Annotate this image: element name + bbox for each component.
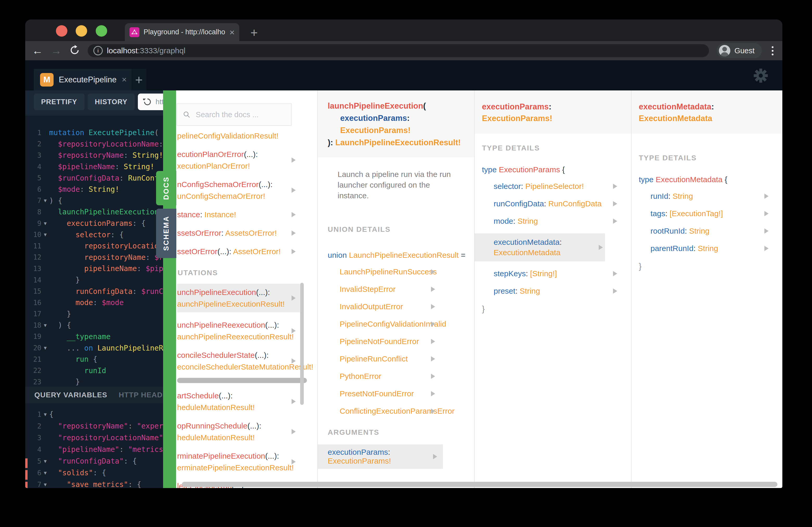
expand-chevron-icon[interactable] bbox=[599, 245, 603, 250]
fold-arrow-icon[interactable]: ▾ bbox=[41, 345, 49, 351]
fold-arrow-icon[interactable]: ▾ bbox=[41, 322, 49, 329]
argument-row[interactable]: executionParams: ExecutionParams! bbox=[318, 445, 443, 469]
expand-chevron-icon[interactable] bbox=[764, 228, 769, 234]
expand-chevron-icon[interactable] bbox=[431, 304, 435, 309]
address-bar[interactable]: i localhost:3333/graphql bbox=[88, 44, 709, 57]
fold-arrow-icon[interactable]: ▾ bbox=[41, 197, 49, 204]
minimize-window-button[interactable] bbox=[76, 25, 87, 36]
reload-icon[interactable] bbox=[70, 45, 80, 56]
expand-chevron-icon[interactable] bbox=[292, 230, 296, 236]
profile-chip[interactable]: Guest bbox=[717, 43, 762, 58]
tab-docs[interactable]: DOCS bbox=[156, 171, 176, 205]
fold-arrow-icon[interactable]: ▾ bbox=[41, 411, 49, 418]
expand-chevron-icon[interactable] bbox=[764, 211, 769, 216]
type-field[interactable]: runId: String bbox=[651, 191, 771, 201]
playground-tab[interactable]: M ExecutePipeline × bbox=[34, 69, 133, 90]
fold-arrow-icon[interactable]: ▾ bbox=[41, 231, 49, 238]
tab-schema[interactable]: SCHEMA bbox=[156, 209, 176, 258]
query-editor[interactable]: 1mutation ExecutePipeline(2 $repositoryL… bbox=[25, 116, 163, 387]
browser-tab[interactable]: Playground - http://localhost:3 × bbox=[125, 23, 239, 41]
expand-chevron-icon[interactable] bbox=[431, 391, 435, 396]
type-field[interactable]: mode: String bbox=[494, 216, 619, 226]
settings-gear-icon[interactable] bbox=[754, 69, 768, 84]
expand-chevron-icon[interactable] bbox=[431, 374, 435, 379]
type-field[interactable]: rootRunId: String bbox=[651, 226, 771, 236]
history-button[interactable]: HISTORY bbox=[88, 93, 135, 110]
expand-chevron-icon[interactable] bbox=[292, 399, 296, 404]
expand-chevron-icon[interactable] bbox=[292, 157, 296, 163]
docs-search-box[interactable] bbox=[177, 103, 292, 126]
doc-item[interactable]: rminatePipelineExecution(...):erminatePi… bbox=[177, 450, 300, 473]
fold-arrow-icon[interactable]: ▾ bbox=[41, 481, 49, 488]
expand-chevron-icon[interactable] bbox=[764, 246, 769, 251]
close-playground-tab-icon[interactable]: × bbox=[122, 75, 127, 85]
docs-vertical-scrollbar[interactable] bbox=[300, 283, 304, 405]
close-window-button[interactable] bbox=[56, 25, 67, 36]
expand-chevron-icon[interactable] bbox=[613, 219, 617, 224]
expand-chevron-icon[interactable] bbox=[433, 454, 437, 459]
doc-item[interactable]: ecutionPlanOrError(...):xecutionPlanOrEr… bbox=[177, 148, 300, 172]
expand-chevron-icon[interactable] bbox=[292, 429, 296, 434]
doc-item[interactable]: unchPipelineExecution(...):aunchPipeline… bbox=[177, 284, 300, 312]
new-tab-button[interactable]: + bbox=[246, 25, 262, 40]
expand-chevron-icon[interactable] bbox=[613, 184, 617, 189]
back-icon[interactable]: ← bbox=[32, 45, 43, 56]
expand-chevron-icon[interactable] bbox=[431, 321, 435, 327]
expand-chevron-icon[interactable] bbox=[292, 249, 296, 254]
union-member[interactable]: PipelineNotFoundError bbox=[340, 336, 435, 347]
expand-chevron-icon[interactable] bbox=[431, 339, 435, 344]
fold-arrow-icon[interactable]: ▾ bbox=[41, 220, 49, 227]
docs-horizontal-scrollbar[interactable] bbox=[182, 482, 778, 487]
expand-chevron-icon[interactable] bbox=[613, 288, 617, 293]
expand-chevron-icon[interactable] bbox=[613, 271, 617, 276]
docs-search-input[interactable] bbox=[195, 110, 285, 119]
endpoint-input[interactable]: http://loc bbox=[138, 93, 163, 110]
list-horizontal-scrollbar[interactable] bbox=[177, 378, 307, 383]
maximize-window-button[interactable] bbox=[96, 25, 107, 36]
doc-item[interactable]: pelineConfigValidationResult! bbox=[177, 130, 300, 141]
doc-item[interactable]: artSchedule(...):heduleMutationResult! bbox=[177, 390, 300, 413]
union-member[interactable]: PipelineRunConflict bbox=[340, 354, 435, 364]
expand-chevron-icon[interactable] bbox=[292, 328, 296, 333]
close-tab-icon[interactable]: × bbox=[229, 28, 235, 36]
doc-item[interactable]: nConfigSchemaOrError(...):unConfigSchema… bbox=[177, 179, 300, 202]
expand-chevron-icon[interactable] bbox=[764, 194, 769, 199]
info-icon[interactable]: i bbox=[93, 46, 103, 55]
expand-chevron-icon[interactable] bbox=[431, 408, 435, 414]
union-member[interactable]: InvalidStepError bbox=[340, 284, 435, 295]
doc-item[interactable]: stance: Instance! bbox=[177, 209, 300, 220]
union-member[interactable]: InvalidOutputError bbox=[340, 301, 435, 312]
union-member[interactable]: PipelineConfigValidationInvalid bbox=[340, 319, 435, 329]
playground-new-tab-button[interactable]: + bbox=[131, 69, 146, 90]
expand-chevron-icon[interactable] bbox=[431, 269, 435, 274]
expand-chevron-icon[interactable] bbox=[431, 356, 435, 361]
type-field[interactable]: preset: String bbox=[494, 286, 619, 296]
type-field[interactable]: tags: [ExecutionTag!] bbox=[651, 208, 771, 219]
doc-item[interactable]: ssetOrError(...): AssetOrError! bbox=[177, 245, 300, 257]
type-field[interactable]: stepKeys: [String!] bbox=[494, 268, 619, 279]
expand-chevron-icon[interactable] bbox=[431, 287, 435, 292]
expand-chevron-icon[interactable] bbox=[292, 187, 296, 193]
browser-menu-icon[interactable] bbox=[770, 46, 775, 55]
type-field[interactable]: parentRunId: String bbox=[651, 243, 771, 254]
union-member[interactable]: LaunchPipelineRunSuccess bbox=[340, 267, 435, 277]
union-member[interactable]: PresetNotFoundError bbox=[340, 389, 435, 399]
doc-item[interactable]: ssetsOrError: AssetsOrError! bbox=[177, 227, 300, 239]
type-field[interactable]: selector: PipelineSelector! bbox=[494, 181, 619, 192]
prettify-button[interactable]: PRETTIFY bbox=[34, 93, 85, 110]
expand-chevron-icon[interactable] bbox=[292, 212, 296, 217]
expand-chevron-icon[interactable] bbox=[613, 201, 617, 206]
tab-query-variables[interactable]: QUERY VARIABLES bbox=[34, 391, 107, 399]
doc-item[interactable]: opRunningSchedule(...):heduleMutationRes… bbox=[177, 420, 300, 443]
union-member[interactable]: PythonError bbox=[340, 371, 435, 381]
tab-http-headers[interactable]: HTTP HEADERS bbox=[119, 391, 163, 399]
union-member[interactable]: ConflictingExecutionParamsError bbox=[340, 406, 435, 416]
variables-editor[interactable]: 1▾{2 "repositoryName": "experiment3 "rep… bbox=[25, 403, 163, 488]
expand-chevron-icon[interactable] bbox=[292, 459, 296, 464]
doc-item[interactable]: unchPipelineReexecution(...):aunchPipeli… bbox=[177, 319, 300, 343]
fold-arrow-icon[interactable]: ▾ bbox=[41, 470, 49, 476]
expand-chevron-icon[interactable] bbox=[292, 296, 296, 301]
doc-item[interactable]: concileSchedulerState(...):econcileSched… bbox=[177, 349, 300, 373]
type-field[interactable]: executionMetadata:ExecutionMetadata bbox=[475, 234, 605, 261]
expand-chevron-icon[interactable] bbox=[292, 358, 296, 363]
